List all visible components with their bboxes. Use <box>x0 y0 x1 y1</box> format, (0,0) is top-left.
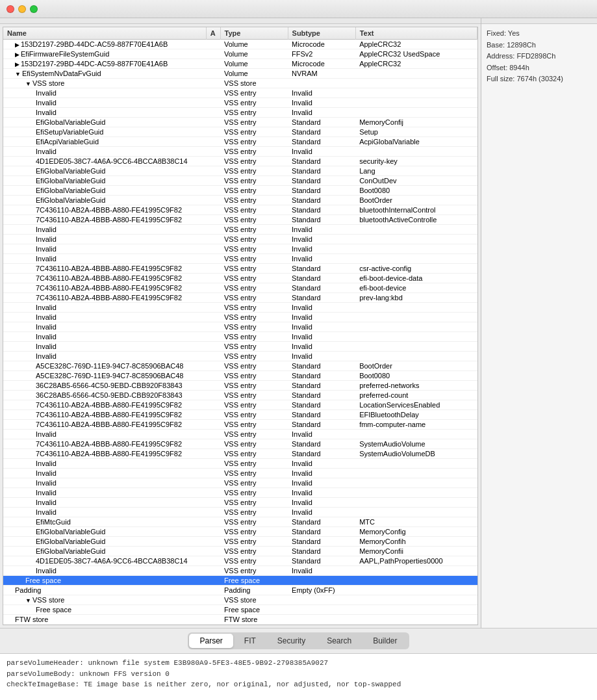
table-row[interactable]: EfiGlobalVariableGuidVSS entryStandardMe… <box>3 527 477 537</box>
cell-subtype: Invalid <box>288 108 355 118</box>
tab-search[interactable]: Search <box>316 634 362 648</box>
cell-type: VSS entry <box>220 488 288 498</box>
cell-a <box>206 196 220 205</box>
table-row[interactable]: 7C436110-AB2A-4BBB-A880-FE41995C9F82VSS … <box>3 264 477 274</box>
cell-a <box>206 595 220 605</box>
cell-subtype: Standard <box>288 274 355 283</box>
table-row[interactable]: EfiGlobalVariableGuidVSS entryStandardLa… <box>3 166 477 176</box>
table-row[interactable]: 7C436110-AB2A-4BBB-A880-FE41995C9F82VSS … <box>3 400 477 410</box>
expand-arrow-icon[interactable]: ▶ <box>15 61 19 68</box>
table-row[interactable]: InvalidVSS entryInvalid <box>3 88 477 98</box>
table-row[interactable]: InvalidVSS entryInvalid <box>3 478 477 488</box>
table-row[interactable]: 7C436110-AB2A-4BBB-A880-FE41995C9F82VSS … <box>3 420 477 430</box>
table-row[interactable]: InvalidVSS entryInvalid <box>3 459 477 469</box>
table-row[interactable]: InvalidVSS entryInvalid <box>3 254 477 264</box>
cell-subtype: Microcode <box>288 40 355 49</box>
table-row[interactable]: 7C436110-AB2A-4BBB-A880-FE41995C9F82VSS … <box>3 205 477 215</box>
cell-type: Volume <box>220 59 288 69</box>
table-row[interactable]: InvalidVSS entryInvalid <box>3 322 477 332</box>
tab-security[interactable]: Security <box>267 634 316 648</box>
table-row[interactable]: PaddingPaddingEmpty (0xFF) <box>3 586 477 595</box>
cell-text: BootOrder <box>355 361 477 371</box>
table-row[interactable]: InvalidVSS entryInvalid <box>3 244 477 254</box>
table-row[interactable]: InvalidVSS entryInvalid <box>3 303 477 313</box>
cell-text: AAPL,PathProperties0000 <box>355 556 477 566</box>
table-row[interactable]: EfiGlobalVariableGuidVSS entryStandardCo… <box>3 176 477 186</box>
cell-name: 7C436110-AB2A-4BBB-A880-FE41995C9F82 <box>3 205 206 215</box>
table-row[interactable]: FTW storeFTW store <box>3 615 477 625</box>
table-row[interactable]: A5CE328C-769D-11E9-94C7-8C85906BAC48VSS … <box>3 361 477 371</box>
table-row[interactable]: ▼VSS storeVSS store <box>3 79 477 88</box>
table-row[interactable]: 7C436110-AB2A-4BBB-A880-FE41995C9F82VSS … <box>3 293 477 303</box>
table-row[interactable]: 4D1EDE05-38C7-4A6A-9CC6-4BCCA8B38C14VSS … <box>3 556 477 566</box>
cell-type: Free space <box>220 576 288 586</box>
minimize-button[interactable] <box>18 5 26 13</box>
cell-type: VSS entry <box>220 332 288 342</box>
table-row[interactable]: EfiGlobalVariableGuidVSS entryStandardMe… <box>3 118 477 127</box>
table-row[interactable]: InvalidVSS entryInvalid <box>3 352 477 361</box>
table-row[interactable]: 7C436110-AB2A-4BBB-A880-FE41995C9F82VSS … <box>3 439 477 449</box>
window-controls[interactable] <box>6 5 38 13</box>
table-row[interactable]: 7C436110-AB2A-4BBB-A880-FE41995C9F82VSS … <box>3 449 477 459</box>
expand-arrow-icon[interactable]: ▶ <box>15 42 19 48</box>
table-row[interactable]: 36C28AB5-6566-4C50-9EBD-CBB920F83843VSS … <box>3 381 477 391</box>
close-button[interactable] <box>6 5 14 13</box>
table-row[interactable]: 7C436110-AB2A-4BBB-A880-FE41995C9F82VSS … <box>3 215 477 225</box>
table-row[interactable]: InvalidVSS entryInvalid <box>3 498 477 508</box>
cell-a <box>206 488 220 498</box>
table-row[interactable]: InvalidVSS entryInvalid <box>3 332 477 342</box>
table-row[interactable]: 7C436110-AB2A-4BBB-A880-FE41995C9F82VSS … <box>3 283 477 293</box>
table-row[interactable]: InvalidVSS entryInvalid <box>3 469 477 478</box>
cell-text: preferred-count <box>355 391 477 400</box>
table-row[interactable]: 4D1EDE05-38C7-4A6A-9CC6-4BCCA8B38C14VSS … <box>3 157 477 166</box>
table-row[interactable]: InvalidVSS entryInvalid <box>3 235 477 244</box>
table-row[interactable]: InvalidVSS entryInvalid <box>3 508 477 517</box>
cell-subtype: Standard <box>288 400 355 410</box>
table-row[interactable]: EfiMtcGuidVSS entryStandardMTC <box>3 517 477 527</box>
table-row[interactable]: EfiGlobalVariableGuidVSS entryStandardMe… <box>3 547 477 556</box>
table-row[interactable]: InvalidVSS entryInvalid <box>3 430 477 439</box>
table-row[interactable]: ▶153D2197-29BD-44DC-AC59-887F70E41A6BVol… <box>3 59 477 69</box>
expand-arrow-icon[interactable]: ▼ <box>25 81 31 87</box>
tab-fit[interactable]: FIT <box>234 634 266 648</box>
cell-name: Invalid <box>3 342 206 352</box>
table-row[interactable]: 36C28AB5-6566-4C50-9EBD-CBB920F83843VSS … <box>3 391 477 400</box>
table-row[interactable]: EfiGlobalVariableGuidVSS entryStandardBo… <box>3 196 477 205</box>
tab-builder[interactable]: Builder <box>362 634 407 648</box>
col-header-a: A <box>206 27 220 40</box>
table-row[interactable]: ▶EfiFirmwareFileSystemGuidVolumeFFSv2App… <box>3 49 477 59</box>
cell-a <box>206 254 220 264</box>
table-row[interactable]: InvalidVSS entryInvalid <box>3 488 477 498</box>
table-row[interactable]: EfiGlobalVariableGuidVSS entryStandardMe… <box>3 537 477 547</box>
cell-subtype: Standard <box>288 381 355 391</box>
table-row[interactable]: InvalidVSS entryInvalid <box>3 98 477 108</box>
table-row[interactable]: InvalidVSS entryInvalid <box>3 342 477 352</box>
table-row[interactable]: InvalidVSS entryInvalid <box>3 147 477 157</box>
table-row[interactable]: InvalidVSS entryInvalid <box>3 566 477 576</box>
table-row[interactable]: ▼VSS storeVSS store <box>3 595 477 605</box>
table-row[interactable]: ▶153D2197-29BD-44DC-AC59-887F70E41A6BVol… <box>3 40 477 49</box>
table-row[interactable]: InvalidVSS entryInvalid <box>3 313 477 322</box>
expand-arrow-icon[interactable]: ▼ <box>25 597 31 604</box>
table-row[interactable]: InvalidVSS entryInvalid <box>3 108 477 118</box>
table-row[interactable]: 7C436110-AB2A-4BBB-A880-FE41995C9F82VSS … <box>3 274 477 283</box>
expand-arrow-icon[interactable]: ▶ <box>15 51 19 58</box>
table-row[interactable]: InvalidVSS entryInvalid <box>3 225 477 235</box>
expand-arrow-icon[interactable]: ▼ <box>15 71 21 77</box>
table-row[interactable]: A5CE328C-769D-11E9-94C7-8C85906BAC48VSS … <box>3 371 477 381</box>
cell-type: VSS store <box>220 79 288 88</box>
cell-name: Invalid <box>3 225 206 235</box>
tab-parser[interactable]: Parser <box>189 634 233 648</box>
table-row[interactable]: EfiSetupVariableGuidVSS entryStandardSet… <box>3 127 477 137</box>
table-row[interactable]: Free spaceFree space <box>3 576 477 586</box>
cell-subtype: Invalid <box>288 566 355 576</box>
table-row[interactable]: 7C436110-AB2A-4BBB-A880-FE41995C9F82VSS … <box>3 410 477 420</box>
title-bar <box>0 0 597 18</box>
table-row[interactable]: Free spaceFree space <box>3 605 477 615</box>
cell-name: Invalid <box>3 254 206 264</box>
cell-subtype: Invalid <box>288 352 355 361</box>
table-row[interactable]: EfiGlobalVariableGuidVSS entryStandardBo… <box>3 186 477 196</box>
table-row[interactable]: EfiAcpiVariableGuidVSS entryStandardAcpi… <box>3 137 477 147</box>
maximize-button[interactable] <box>30 5 38 13</box>
table-row[interactable]: ▼EfiSystemNvDataFvGuidVolumeNVRAM <box>3 69 477 79</box>
